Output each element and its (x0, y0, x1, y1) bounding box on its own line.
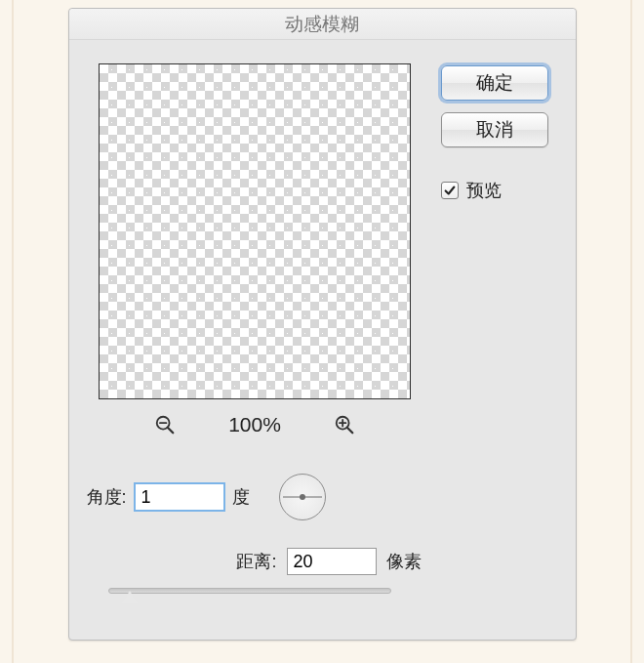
angle-unit: 度 (232, 485, 250, 509)
angle-row: 角度: 度 (87, 474, 423, 520)
preview-toggle-row: 预览 (441, 179, 548, 202)
svg-line-1 (168, 428, 174, 434)
distance-label: 距离: (236, 550, 276, 573)
zoom-level: 100% (228, 413, 281, 436)
zoom-controls: 100% (154, 413, 355, 436)
zoom-out-icon[interactable] (154, 414, 176, 435)
angle-label: 角度: (87, 485, 127, 509)
right-panel: 确定 取消 预览 (441, 63, 548, 604)
preview-checkbox[interactable] (441, 182, 459, 199)
svg-line-4 (347, 428, 353, 434)
zoom-in-icon[interactable] (334, 414, 355, 435)
motion-blur-dialog: 动感模糊 100% 角度: 度 (68, 8, 577, 641)
distance-unit: 像素 (386, 550, 422, 573)
distance-row: 距离: 像素 (87, 548, 423, 575)
cancel-button[interactable]: 取消 (441, 112, 548, 147)
dialog-body: 100% 角度: 度 距离: 像素 (69, 40, 576, 612)
preview-checkbox-label: 预览 (466, 179, 502, 202)
left-panel: 100% 角度: 度 距离: 像素 (87, 63, 423, 604)
angle-dial[interactable] (279, 474, 326, 520)
dialog-title: 动感模糊 (69, 9, 576, 40)
slider-thumb[interactable] (122, 591, 138, 603)
slider-track (108, 588, 391, 594)
distance-slider[interactable] (108, 583, 391, 604)
parameter-controls: 角度: 度 距离: 像素 (87, 474, 423, 604)
angle-input[interactable] (135, 483, 224, 511)
preview-area[interactable] (99, 63, 411, 399)
distance-input[interactable] (287, 548, 377, 575)
ok-button[interactable]: 确定 (441, 65, 548, 101)
